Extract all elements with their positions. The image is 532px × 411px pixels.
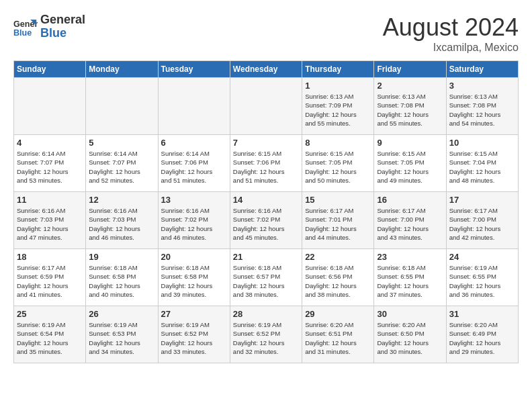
day-info: Sunrise: 6:19 AM Sunset: 6:52 PM Dayligh… — [233, 320, 299, 356]
day-info: Sunrise: 6:19 AM Sunset: 6:52 PM Dayligh… — [161, 320, 227, 356]
day-number: 2 — [377, 81, 443, 91]
calendar-cell — [230, 78, 302, 135]
day-info: Sunrise: 6:15 AM Sunset: 7:05 PM Dayligh… — [377, 149, 443, 185]
calendar-cell — [86, 78, 158, 135]
day-info: Sunrise: 6:13 AM Sunset: 7:09 PM Dayligh… — [305, 92, 371, 128]
day-info: Sunrise: 6:14 AM Sunset: 7:07 PM Dayligh… — [89, 149, 154, 185]
calendar-cell: 8Sunrise: 6:15 AM Sunset: 7:05 PM Daylig… — [302, 135, 374, 192]
svg-text:Blue: Blue — [13, 28, 32, 37]
calendar-cell: 20Sunrise: 6:18 AM Sunset: 6:58 PM Dayli… — [158, 249, 230, 306]
day-info: Sunrise: 6:19 AM Sunset: 6:53 PM Dayligh… — [89, 320, 154, 356]
calendar-week-row: 11Sunrise: 6:16 AM Sunset: 7:03 PM Dayli… — [14, 192, 519, 249]
day-info: Sunrise: 6:16 AM Sunset: 7:03 PM Dayligh… — [89, 206, 154, 242]
calendar-cell: 13Sunrise: 6:16 AM Sunset: 7:02 PM Dayli… — [158, 192, 230, 249]
day-of-week-header: Saturday — [446, 61, 518, 78]
calendar-cell: 23Sunrise: 6:18 AM Sunset: 6:55 PM Dayli… — [374, 249, 446, 306]
logo-text: General Blue — [40, 13, 85, 40]
page-header: General Blue General Blue August 2024 Ix… — [13, 13, 519, 54]
header-row: SundayMondayTuesdayWednesdayThursdayFrid… — [14, 61, 519, 78]
day-info: Sunrise: 6:20 AM Sunset: 6:50 PM Dayligh… — [377, 320, 443, 356]
day-number: 30 — [377, 309, 443, 319]
day-info: Sunrise: 6:17 AM Sunset: 7:00 PM Dayligh… — [449, 206, 515, 242]
day-info: Sunrise: 6:17 AM Sunset: 7:00 PM Dayligh… — [377, 206, 443, 242]
day-info: Sunrise: 6:18 AM Sunset: 6:58 PM Dayligh… — [89, 263, 154, 299]
calendar-cell: 19Sunrise: 6:18 AM Sunset: 6:58 PM Dayli… — [86, 249, 158, 306]
calendar-cell: 22Sunrise: 6:18 AM Sunset: 6:56 PM Dayli… — [302, 249, 374, 306]
day-number: 15 — [305, 195, 371, 205]
day-number: 17 — [449, 195, 515, 205]
day-info: Sunrise: 6:15 AM Sunset: 7:06 PM Dayligh… — [233, 149, 299, 185]
day-number: 10 — [449, 138, 515, 148]
calendar-cell: 16Sunrise: 6:17 AM Sunset: 7:00 PM Dayli… — [374, 192, 446, 249]
day-info: Sunrise: 6:14 AM Sunset: 7:06 PM Dayligh… — [161, 149, 227, 185]
day-number: 13 — [161, 195, 227, 205]
calendar-cell: 30Sunrise: 6:20 AM Sunset: 6:50 PM Dayli… — [374, 306, 446, 363]
calendar-cell: 14Sunrise: 6:16 AM Sunset: 7:02 PM Dayli… — [230, 192, 302, 249]
calendar-header: SundayMondayTuesdayWednesdayThursdayFrid… — [14, 61, 519, 78]
title-block: August 2024 Ixcamilpa, Mexico — [383, 13, 519, 54]
calendar-cell: 2Sunrise: 6:13 AM Sunset: 7:08 PM Daylig… — [374, 78, 446, 135]
day-info: Sunrise: 6:15 AM Sunset: 7:04 PM Dayligh… — [449, 149, 515, 185]
calendar-cell: 3Sunrise: 6:13 AM Sunset: 7:08 PM Daylig… — [446, 78, 518, 135]
day-info: Sunrise: 6:13 AM Sunset: 7:08 PM Dayligh… — [377, 92, 443, 128]
day-info: Sunrise: 6:18 AM Sunset: 6:58 PM Dayligh… — [161, 263, 227, 299]
day-number: 19 — [89, 252, 154, 262]
calendar-week-row: 1Sunrise: 6:13 AM Sunset: 7:09 PM Daylig… — [14, 78, 519, 135]
logo-general-text: General — [40, 13, 85, 27]
calendar-body: 1Sunrise: 6:13 AM Sunset: 7:09 PM Daylig… — [14, 78, 519, 363]
calendar-cell — [158, 78, 230, 135]
day-info: Sunrise: 6:18 AM Sunset: 6:56 PM Dayligh… — [305, 263, 371, 299]
calendar-cell: 15Sunrise: 6:17 AM Sunset: 7:01 PM Dayli… — [302, 192, 374, 249]
logo-blue-text: Blue — [40, 27, 85, 40]
day-number: 1 — [305, 81, 371, 91]
day-of-week-header: Monday — [86, 61, 158, 78]
logo-icon: General Blue — [13, 15, 38, 39]
day-info: Sunrise: 6:20 AM Sunset: 6:51 PM Dayligh… — [305, 320, 371, 356]
calendar-cell: 1Sunrise: 6:13 AM Sunset: 7:09 PM Daylig… — [302, 78, 374, 135]
day-number: 11 — [17, 195, 83, 205]
calendar-cell: 5Sunrise: 6:14 AM Sunset: 7:07 PM Daylig… — [86, 135, 158, 192]
calendar-cell: 6Sunrise: 6:14 AM Sunset: 7:06 PM Daylig… — [158, 135, 230, 192]
day-number: 18 — [17, 252, 83, 262]
calendar-cell: 28Sunrise: 6:19 AM Sunset: 6:52 PM Dayli… — [230, 306, 302, 363]
calendar-cell: 17Sunrise: 6:17 AM Sunset: 7:00 PM Dayli… — [446, 192, 518, 249]
day-number: 29 — [305, 309, 371, 319]
day-number: 31 — [449, 309, 515, 319]
day-number: 22 — [305, 252, 371, 262]
day-number: 26 — [89, 309, 154, 319]
day-info: Sunrise: 6:18 AM Sunset: 6:57 PM Dayligh… — [233, 263, 299, 299]
day-number: 24 — [449, 252, 515, 262]
day-number: 9 — [377, 138, 443, 148]
calendar-cell: 21Sunrise: 6:18 AM Sunset: 6:57 PM Dayli… — [230, 249, 302, 306]
month-title: August 2024 — [383, 13, 519, 42]
day-number: 20 — [161, 252, 227, 262]
calendar-cell: 11Sunrise: 6:16 AM Sunset: 7:03 PM Dayli… — [14, 192, 86, 249]
day-info: Sunrise: 6:17 AM Sunset: 6:59 PM Dayligh… — [17, 263, 83, 299]
calendar-cell: 25Sunrise: 6:19 AM Sunset: 6:54 PM Dayli… — [14, 306, 86, 363]
location: Ixcamilpa, Mexico — [383, 42, 519, 54]
calendar-cell: 4Sunrise: 6:14 AM Sunset: 7:07 PM Daylig… — [14, 135, 86, 192]
calendar-cell: 27Sunrise: 6:19 AM Sunset: 6:52 PM Dayli… — [158, 306, 230, 363]
day-number: 14 — [233, 195, 299, 205]
day-number: 3 — [449, 81, 515, 91]
day-number: 5 — [89, 138, 154, 148]
day-of-week-header: Wednesday — [230, 61, 302, 78]
day-number: 25 — [17, 309, 83, 319]
day-number: 6 — [161, 138, 227, 148]
day-info: Sunrise: 6:16 AM Sunset: 7:02 PM Dayligh… — [233, 206, 299, 242]
day-number: 16 — [377, 195, 443, 205]
day-number: 23 — [377, 252, 443, 262]
day-info: Sunrise: 6:16 AM Sunset: 7:02 PM Dayligh… — [161, 206, 227, 242]
calendar-cell — [14, 78, 86, 135]
calendar-cell: 12Sunrise: 6:16 AM Sunset: 7:03 PM Dayli… — [86, 192, 158, 249]
calendar-cell: 7Sunrise: 6:15 AM Sunset: 7:06 PM Daylig… — [230, 135, 302, 192]
calendar-week-row: 18Sunrise: 6:17 AM Sunset: 6:59 PM Dayli… — [14, 249, 519, 306]
day-number: 12 — [89, 195, 154, 205]
calendar-cell: 29Sunrise: 6:20 AM Sunset: 6:51 PM Dayli… — [302, 306, 374, 363]
day-info: Sunrise: 6:15 AM Sunset: 7:05 PM Dayligh… — [305, 149, 371, 185]
day-info: Sunrise: 6:19 AM Sunset: 6:54 PM Dayligh… — [17, 320, 83, 356]
day-info: Sunrise: 6:16 AM Sunset: 7:03 PM Dayligh… — [17, 206, 83, 242]
day-of-week-header: Thursday — [302, 61, 374, 78]
calendar-cell: 24Sunrise: 6:19 AM Sunset: 6:55 PM Dayli… — [446, 249, 518, 306]
day-info: Sunrise: 6:20 AM Sunset: 6:49 PM Dayligh… — [449, 320, 515, 356]
